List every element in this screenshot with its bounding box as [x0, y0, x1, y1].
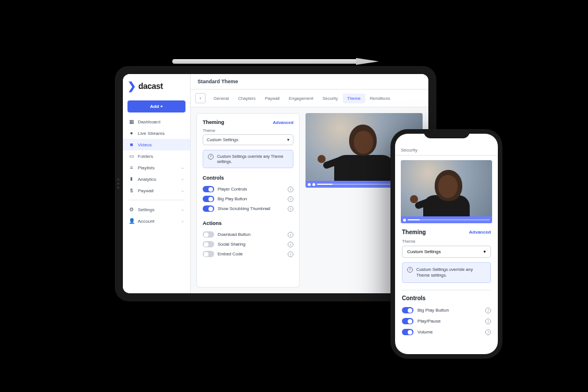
chevron-down-icon: ⌄ — [181, 207, 184, 212]
toggle-switch[interactable] — [203, 186, 214, 192]
play-icon[interactable] — [308, 183, 311, 186]
sidebar-item-playlists[interactable]: ≡Playlists⌄ — [123, 162, 190, 173]
nav-icon: $ — [129, 188, 134, 193]
toggle-row-download-button: Download Button i — [203, 230, 293, 239]
tab-security[interactable]: Security — [318, 94, 343, 103]
sidebar-item-videos[interactable]: ■Videos — [123, 139, 190, 150]
toggle-switch[interactable] — [203, 251, 214, 257]
toggle-label: Social Sharing — [218, 242, 284, 247]
nav-icon: ⚙ — [129, 207, 134, 212]
nav-label: Dashboard — [138, 119, 160, 125]
tab-general[interactable]: General — [209, 94, 234, 103]
phone-theme-select[interactable]: Custom Settings ▾ — [402, 246, 491, 258]
sidebar-item-paywall[interactable]: $Paywall⌄ — [123, 185, 190, 196]
toggle-label: Play/Pause — [417, 319, 481, 324]
tab-renditions[interactable]: Renditions — [365, 94, 394, 103]
toggle-row-social-sharing: Social Sharing i — [203, 239, 293, 249]
tablet-device: ❯ dacast Add + ▦Dashboard●Live Streams■V… — [115, 66, 436, 301]
brand-logo: ❯ dacast — [123, 74, 190, 97]
theme-field-label: Theme — [203, 129, 293, 133]
toggle-label: Player Controls — [218, 187, 284, 192]
phone-video-preview[interactable] — [401, 160, 492, 223]
chevron-down-icon: ⌄ — [181, 177, 184, 181]
volume-icon[interactable] — [312, 183, 315, 186]
add-button[interactable]: Add + — [127, 100, 185, 112]
theme-select-value: Custom Settings — [207, 137, 238, 142]
nav-label: Settings — [138, 207, 154, 212]
phone-controls-heading: Controls — [402, 295, 491, 301]
toggle-row-big-play-button: Big Play Button i — [402, 305, 491, 316]
back-button[interactable]: ‹ — [195, 93, 206, 103]
tab-chapters[interactable]: Chapters — [234, 94, 260, 103]
phone-video-bar[interactable] — [401, 216, 492, 223]
toggle-row-show-scrubbing-thumbnail: Show Scrubbing Thumbnail i — [203, 204, 293, 214]
toggle-switch[interactable] — [402, 329, 413, 335]
nav-icon: ⬍ — [129, 176, 134, 182]
info-icon[interactable]: i — [288, 187, 293, 192]
actions-heading: Actions — [203, 220, 293, 226]
nav-label: Paywall — [138, 188, 154, 193]
phone-tab-security[interactable]: Security — [401, 148, 417, 153]
nav-icon: ● — [129, 130, 134, 136]
phone-device: Security Theming Adv — [390, 129, 502, 359]
toggle-switch[interactable] — [203, 205, 214, 212]
toggle-row-play/pause: Play/Pause i — [402, 316, 491, 327]
toggle-label: Show Scrubbing Thumbnail — [218, 206, 284, 211]
phone-tabs: Security — [395, 145, 498, 156]
nav-label: Account — [138, 219, 154, 224]
info-icon[interactable]: i — [485, 319, 491, 324]
brand-name: dacast — [138, 81, 163, 91]
tab-engagement[interactable]: Engagement — [284, 94, 318, 103]
sidebar-item-account[interactable]: 👤Account⌄ — [123, 215, 190, 227]
info-icon[interactable]: i — [288, 251, 293, 257]
nav-icon: ≡ — [129, 165, 134, 170]
toggle-row-player-controls: Player Controls i — [203, 184, 293, 194]
info-icon: i — [407, 267, 413, 273]
sidebar-item-folders[interactable]: ▭Folders — [123, 150, 190, 162]
phone-advanced-link[interactable]: Advanced — [469, 230, 491, 235]
toggle-label: Download Button — [218, 232, 284, 237]
nav-icon: ▦ — [129, 119, 134, 125]
info-text: Custom Settings override any Theme setti… — [217, 154, 288, 164]
page-title: Standard Theme — [191, 74, 428, 90]
chevron-down-icon: ⌄ — [181, 165, 184, 170]
info-icon[interactable]: i — [485, 329, 491, 335]
toggle-label: Volume — [417, 329, 481, 335]
phone-theme-label: Theme — [402, 239, 491, 244]
nav-icon: 👤 — [129, 218, 134, 224]
sidebar-item-live-streams[interactable]: ●Live Streams — [123, 127, 190, 139]
toggle-switch[interactable] — [402, 307, 413, 313]
chevron-down-icon: ▾ — [287, 137, 289, 142]
toggle-switch[interactable] — [203, 196, 214, 202]
toggle-label: Big Play Button — [417, 308, 481, 313]
toggle-row-big-play-button: Big Play Button i — [203, 194, 293, 204]
sidebar-item-dashboard[interactable]: ▦Dashboard — [123, 116, 190, 127]
theming-heading: Theming — [203, 119, 225, 125]
advanced-link[interactable]: Advanced — [273, 120, 293, 125]
tab-paywall[interactable]: Paywall — [260, 94, 284, 103]
sidebar: ❯ dacast Add + ▦Dashboard●Live Streams■V… — [123, 74, 191, 293]
info-icon[interactable]: i — [288, 232, 293, 238]
theme-select[interactable]: Custom Settings ▾ — [203, 134, 293, 145]
toggle-row-volume: Volume i — [402, 327, 491, 337]
toggle-row-embed-code: Embed Code i — [203, 249, 293, 259]
info-icon[interactable]: i — [485, 308, 491, 313]
nav-label: Live Streams — [138, 131, 165, 136]
tab-bar: ‹ GeneralChaptersPaywallEngagementSecuri… — [191, 90, 428, 107]
info-icon: i — [208, 154, 214, 160]
sidebar-item-settings[interactable]: ⚙Settings⌄ — [123, 204, 190, 215]
phone-theme-value: Custom Settings — [407, 249, 441, 254]
info-icon[interactable]: i — [288, 206, 293, 212]
sidebar-item-analytics[interactable]: ⬍Analytics⌄ — [123, 173, 190, 185]
toggle-switch[interactable] — [203, 231, 214, 238]
info-icon[interactable]: i — [288, 196, 293, 202]
info-icon[interactable]: i — [288, 242, 293, 247]
phone-theming-heading: Theming — [402, 229, 426, 235]
toggle-label: Embed Code — [218, 251, 284, 257]
logo-icon: ❯ — [127, 80, 136, 92]
phone-info-callout: i Custom Settings override any Theme set… — [402, 262, 491, 283]
nav-icon: ■ — [129, 142, 134, 148]
tab-theme[interactable]: Theme — [343, 94, 365, 103]
toggle-switch[interactable] — [402, 318, 413, 324]
toggle-switch[interactable] — [203, 241, 214, 247]
